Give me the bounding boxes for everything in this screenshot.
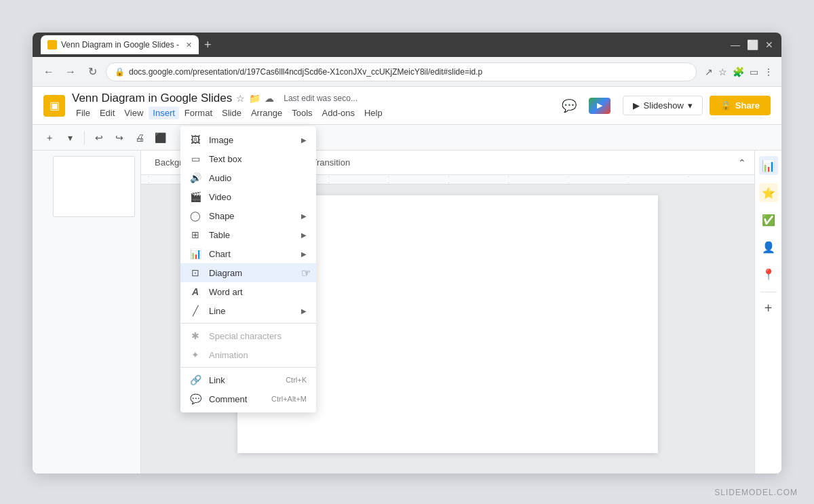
menu-item-comment[interactable]: 💬 Comment Ctrl+Alt+M [180,389,316,408]
sidebar-contacts-icon[interactable]: 👤 [759,237,778,256]
sidebar-tasks-icon[interactable]: ✅ [759,210,778,229]
special-chars-label: Special characters [209,331,307,341]
sidebar-maps-icon[interactable]: 📍 [759,265,778,284]
main-area: 1 Background Layout ▾ Theme Transition ⌃… [33,151,781,473]
menu-item-audio[interactable]: 🔊 Audio [180,168,316,187]
cursor-pointer: ☞ [301,267,311,279]
address-icons: ↗ ☆ 🧩 ▭ ⋮ [705,66,773,77]
menu-icon[interactable]: ⋮ [764,66,773,77]
chat-icon[interactable]: 💬 [562,98,577,113]
url-input[interactable]: 🔒 docs.google.com/presentation/d/197Cas6… [106,62,697,81]
add-slide-button[interactable]: + [41,129,58,147]
menu-item-special-chars: ✱ Special characters [180,326,316,345]
sidebar-slides-icon[interactable]: ⭐ [759,183,778,202]
redo-button[interactable]: ↪ [111,129,128,147]
image-arrow: ▶ [301,136,307,144]
maximize-button[interactable]: ⬜ [747,39,758,50]
tab-area: Venn Diagram in Google Slides - ✕ + [41,35,725,54]
link-label: Link [209,375,277,385]
line-label: Line [209,306,293,316]
cloud-icon[interactable]: ☁ [265,93,274,104]
tab-close-icon[interactable]: ✕ [186,41,192,50]
presentation-icon: ▶ [633,100,640,111]
shape-label: Shape [209,211,293,221]
menu-item-diagram[interactable]: ⊡ Diagram ☞ [180,263,316,282]
minimize-button[interactable]: — [731,39,740,50]
close-button[interactable]: ✕ [765,39,773,50]
collapse-toolbar-button[interactable]: ⌃ [738,157,746,168]
menu-item-shape[interactable]: ◯ Shape ▶ [180,206,316,225]
share-label: Share [735,100,760,111]
add-dropdown-button[interactable]: ▾ [61,129,79,147]
url-text: docs.google.com/presentation/d/197Cas6ll… [129,67,482,77]
title-row: Venn Diagram in Google Slides ☆ 📁 ☁ Last… [72,92,555,105]
lock-icon: 🔒 [720,100,731,111]
menu-item-wordart[interactable]: A Word art [180,282,316,301]
sidebar-add-button[interactable]: + [764,301,773,316]
menu-item-table[interactable]: ⊞ Table ▶ [180,225,316,244]
menu-help[interactable]: Help [360,106,387,119]
undo-button[interactable]: ↩ [90,129,108,147]
menu-addons[interactable]: Add-ons [318,106,359,119]
menu-item-textbox[interactable]: ▭ Text box [180,149,316,168]
star-icon[interactable]: ☆ [236,93,245,104]
app-title: Venn Diagram in Google Slides [72,92,232,105]
paint-format-button[interactable]: ⬛ [151,129,169,147]
audio-icon: 🔊 [190,172,201,183]
wordart-icon: A [190,286,201,297]
tab-favicon [47,40,57,50]
slideshow-button[interactable]: ▶ Slideshow ▾ [623,96,703,115]
menu-item-chart[interactable]: 📊 Chart ▶ [180,244,316,263]
diagram-label: Diagram [209,268,307,278]
window-controls: — ⬜ ✕ [731,39,773,50]
video-icon: 🎬 [190,191,201,202]
menu-file[interactable]: File [72,106,94,119]
right-sidebar: 📊 ⭐ ✅ 👤 📍 + [754,151,781,473]
menu-insert[interactable]: Insert [149,106,179,119]
menu-arrange[interactable]: Arrange [247,106,286,119]
sidebar-sheets-icon[interactable]: 📊 [759,156,778,175]
folder-icon[interactable]: 📁 [249,93,260,104]
slideshow-dropdown-arrow[interactable]: ▾ [688,100,693,111]
header-right: 💬 ▶ ▶ Slideshow ▾ 🔒 Share [562,94,771,118]
comment-icon: 💬 [190,393,201,404]
forward-button[interactable]: → [62,66,79,78]
menu-view[interactable]: View [120,106,147,119]
toolbar-separator-1 [84,131,85,144]
animation-icon: ✦ [190,349,201,360]
comment-label: Comment [209,394,263,404]
menu-item-link[interactable]: 🔗 Link Ctrl+K [180,370,316,389]
meet-button[interactable]: ▶ [583,94,616,118]
refresh-button[interactable]: ↻ [84,65,100,78]
share-button[interactable]: 🔒 Share [710,96,771,115]
special-chars-icon: ✱ [190,330,201,341]
bookmark-icon[interactable]: ☆ [718,66,727,77]
menu-edit[interactable]: Edit [96,106,119,119]
menu-format[interactable]: Format [180,106,216,119]
image-label: Image [209,135,293,145]
menu-tools[interactable]: Tools [288,106,316,119]
app-title-area: Venn Diagram in Google Slides ☆ 📁 ☁ Last… [72,92,555,119]
browser-window: Venn Diagram in Google Slides - ✕ + — ⬜ … [33,33,781,473]
address-bar: ← → ↻ 🔒 docs.google.com/presentation/d/1… [33,57,781,87]
back-button[interactable]: ← [41,66,57,78]
print-button[interactable]: 🖨 [131,129,149,147]
logo-icon: ▣ [50,99,60,112]
tab-cast-icon[interactable]: ▭ [750,66,758,77]
animation-label: Animation [209,350,307,360]
new-tab-button[interactable]: + [204,38,212,52]
menu-item-animation: ✦ Animation [180,345,316,364]
active-tab[interactable]: Venn Diagram in Google Slides - ✕ [41,35,199,54]
diagram-icon: ⊡ [190,267,201,278]
meet-icon: ▶ [589,98,610,114]
table-label: Table [209,230,293,240]
slide-thumbnail-1[interactable] [53,156,135,217]
menu-item-video[interactable]: 🎬 Video [180,187,316,206]
link-shortcut: Ctrl+K [286,376,307,384]
menu-item-image[interactable]: 🖼 Image ▶ [180,130,316,149]
extensions-icon[interactable]: 🧩 [733,66,744,77]
chart-icon: 📊 [190,248,201,259]
share-page-icon[interactable]: ↗ [705,66,713,77]
menu-slide[interactable]: Slide [218,106,246,119]
menu-item-line[interactable]: ╱ Line ▶ [180,301,316,320]
